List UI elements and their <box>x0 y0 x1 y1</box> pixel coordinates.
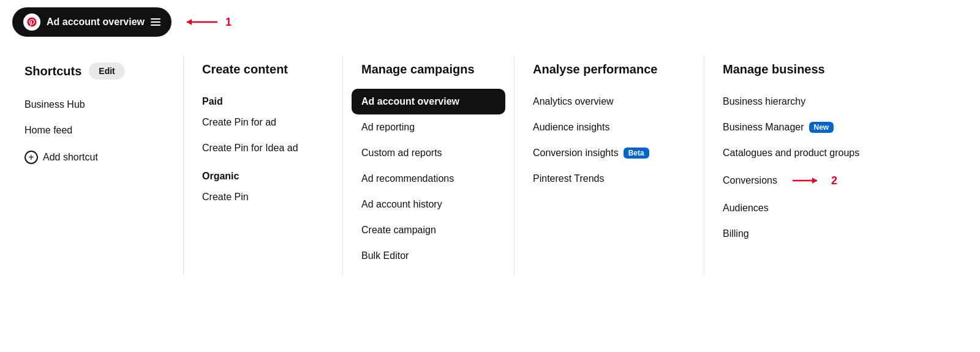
create-pin[interactable]: Create Pin <box>202 184 324 210</box>
create-content-column: Create content Paid Create Pin for ad Cr… <box>184 56 343 275</box>
main-content: Shortcuts Edit Business Hub Home feed + … <box>0 44 980 287</box>
conversions[interactable]: Conversions 2 <box>723 166 943 195</box>
create-pin-for-idea-ad[interactable]: Create Pin for Idea ad <box>202 135 324 161</box>
create-campaign[interactable]: Create campaign <box>361 217 496 243</box>
audience-insights[interactable]: Audience insights <box>533 114 685 140</box>
manage-business-column: Manage business Business hierarchy Busin… <box>704 56 962 275</box>
business-hierarchy[interactable]: Business hierarchy <box>723 89 943 114</box>
analyse-performance-column: Analyse performance Analytics overview A… <box>514 56 704 275</box>
annotation-2-arrow <box>790 173 826 188</box>
create-content-header: Create content <box>202 62 324 77</box>
bulk-editor[interactable]: Bulk Editor <box>361 243 496 269</box>
nav-pill[interactable]: Ad account overview <box>12 7 172 37</box>
pinterest-trends[interactable]: Pinterest Trends <box>533 166 685 192</box>
add-icon: + <box>24 151 38 164</box>
analytics-overview[interactable]: Analytics overview <box>533 89 685 114</box>
annotation-1-label: 1 <box>225 16 232 29</box>
hamburger-icon[interactable] <box>151 18 160 26</box>
shortcuts-column: Shortcuts Edit Business Hub Home feed + … <box>18 56 184 275</box>
custom-ad-reports[interactable]: Custom ad reports <box>361 140 496 166</box>
billing[interactable]: Billing <box>723 221 943 247</box>
catalogues-product-groups[interactable]: Catalogues and product groups <box>723 140 943 166</box>
pinterest-logo <box>23 13 40 31</box>
svg-marker-3 <box>812 178 817 184</box>
organic-section-label: Organic <box>202 163 324 184</box>
audiences[interactable]: Audiences <box>723 195 943 221</box>
annotation-1: 1 <box>184 15 232 29</box>
ad-account-history[interactable]: Ad account history <box>361 192 496 217</box>
ad-reporting[interactable]: Ad reporting <box>361 114 496 140</box>
ad-account-overview[interactable]: Ad account overview <box>352 89 505 114</box>
beta-badge: Beta <box>624 148 649 159</box>
add-shortcut[interactable]: + Add shortcut <box>24 143 165 171</box>
paid-section-label: Paid <box>202 89 324 110</box>
analyse-performance-header: Analyse performance <box>533 62 685 77</box>
manage-business-header: Manage business <box>723 62 943 77</box>
svg-marker-1 <box>187 19 192 25</box>
new-badge: New <box>809 122 834 133</box>
manage-campaigns-column: Manage campaigns Ad account overview Ad … <box>343 56 514 275</box>
annotation-2-label: 2 <box>831 174 837 187</box>
nav-label: Ad account overview <box>47 17 145 28</box>
business-manager[interactable]: Business Manager New <box>723 114 943 140</box>
shortcut-home-feed[interactable]: Home feed <box>24 118 165 143</box>
edit-button[interactable]: Edit <box>89 62 124 80</box>
top-bar: Ad account overview 1 <box>0 0 980 44</box>
shortcuts-header: Shortcuts Edit <box>24 62 165 80</box>
ad-recommendations[interactable]: Ad recommendations <box>361 166 496 192</box>
conversion-insights[interactable]: Conversion insights Beta <box>533 140 685 166</box>
manage-campaigns-header: Manage campaigns <box>361 62 496 77</box>
shortcut-business-hub[interactable]: Business Hub <box>24 92 165 118</box>
create-pin-for-ad[interactable]: Create Pin for ad <box>202 110 324 135</box>
